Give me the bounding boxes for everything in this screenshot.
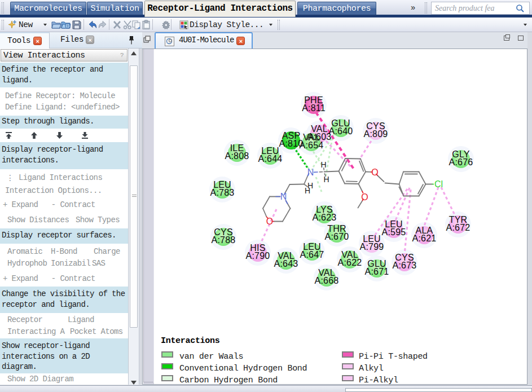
- svg-text:A:799: A:799: [360, 242, 384, 252]
- svg-text:A:640: A:640: [329, 126, 353, 136]
- svg-text:A:672: A:672: [446, 223, 471, 232]
- svg-text:A:621: A:621: [412, 234, 437, 243]
- svg-text:A:595: A:595: [382, 227, 406, 237]
- svg-text:O: O: [361, 192, 368, 202]
- svg-text:A:643: A:643: [274, 259, 298, 268]
- svg-text:N: N: [307, 168, 314, 177]
- svg-text:A:811: A:811: [302, 103, 326, 113]
- svg-text:A:623: A:623: [313, 213, 337, 222]
- svg-text:H: H: [305, 186, 310, 195]
- svg-text:A:676: A:676: [449, 157, 473, 167]
- svg-text:A:783: A:783: [210, 188, 235, 197]
- svg-text:Cl: Cl: [434, 179, 443, 189]
- svg-text:O: O: [371, 168, 378, 177]
- svg-text:N: N: [280, 192, 287, 201]
- svg-text:A:788: A:788: [212, 235, 236, 245]
- svg-text:A:654: A:654: [300, 140, 324, 150]
- svg-text:H: H: [323, 175, 329, 184]
- svg-text:A:673: A:673: [393, 261, 417, 270]
- svg-text:A:668: A:668: [315, 276, 339, 285]
- svg-text:H: H: [320, 160, 326, 169]
- svg-text:O: O: [266, 217, 273, 226]
- svg-text:A:671: A:671: [365, 267, 389, 276]
- svg-text:A:790: A:790: [246, 251, 270, 261]
- svg-text:A:644: A:644: [258, 154, 283, 164]
- svg-text:A:622: A:622: [338, 258, 362, 267]
- svg-text:A:809: A:809: [364, 129, 388, 139]
- svg-text:A:670: A:670: [325, 232, 349, 241]
- svg-text:A:808: A:808: [225, 151, 249, 161]
- svg-text:A:647: A:647: [300, 250, 324, 259]
